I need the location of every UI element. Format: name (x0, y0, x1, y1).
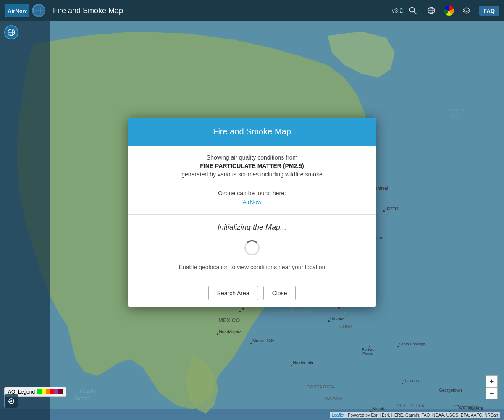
svg-text:Havana: Havana (330, 316, 345, 321)
modal-dialog: Fire and Smoke Map Showing air quality c… (128, 118, 376, 307)
svg-text:Santo Domingo: Santo Domingo (399, 342, 425, 346)
modal-footer: Search Area Close (128, 279, 376, 307)
faq-button[interactable]: FAQ (479, 6, 499, 16)
app-version: v3.2 (392, 7, 403, 14)
layers-icon[interactable] (461, 5, 472, 16)
location-button[interactable] (4, 394, 18, 408)
modal-ozone-link[interactable]: AirNow (242, 199, 261, 205)
svg-text:Caribbean Sea: Caribbean Sea (277, 308, 311, 314)
svg-text:Guatemala: Guatemala (293, 360, 313, 365)
svg-text:VENEZUELA: VENEZUELA (397, 403, 425, 408)
svg-marker-74 (463, 8, 470, 12)
svg-text:COSTA RICA: COSTA RICA (307, 384, 334, 389)
close-button[interactable]: Close (263, 286, 296, 300)
svg-text:MEXICO: MEXICO (218, 317, 240, 323)
svg-point-28 (250, 343, 252, 344)
zoom-in-button[interactable]: + (486, 375, 498, 387)
modal-body-section2: Initializing the Map... Enable geolocati… (128, 214, 376, 279)
modal-desc2: generated by various sources including w… (141, 171, 363, 178)
modal-ozone-text: Ozone can be found here: (141, 190, 363, 197)
app-title: Fire and Smoke Map (53, 6, 385, 15)
svg-text:Labrador: Labrador (445, 107, 464, 112)
svg-text:Sea: Sea (452, 113, 460, 118)
zoom-controls: + − (486, 375, 498, 399)
svg-point-36 (328, 320, 330, 322)
globe-button[interactable] (4, 25, 18, 39)
svg-text:CUBA: CUBA (339, 324, 352, 329)
modal-divider1 (141, 184, 363, 184)
leaflet-link[interactable]: Leaflet (332, 413, 344, 417)
svg-text:PANAMA: PANAMA (323, 396, 343, 401)
svg-text:Port-au-: Port-au- (362, 347, 376, 352)
svg-text:Caracas: Caracas (403, 378, 419, 383)
navbar: AirNow Fire and Smoke Map v3.2 (0, 0, 504, 21)
left-panel (0, 21, 50, 420)
modal-geoloc-text: Enable geolocation to view conditions ne… (141, 264, 363, 270)
scale-label: 300 mi (469, 406, 483, 411)
svg-point-32 (291, 365, 292, 366)
svg-text:Bogota: Bogota (372, 407, 386, 411)
svg-text:Georgetown: Georgetown (439, 388, 462, 393)
modal-header: Fire and Smoke Map (128, 118, 376, 146)
attribution-text: | Powered by Esri | Esri, HERE, Garmin, … (346, 413, 498, 417)
svg-text:Boston: Boston (385, 206, 398, 211)
svg-line-68 (414, 11, 416, 14)
modal-title: Fire and Smoke Map (213, 127, 291, 136)
svg-text:Guadalajara: Guadalajara (219, 329, 242, 334)
airnow-logo-globe[interactable] (32, 4, 45, 17)
zoom-out-button[interactable]: − (486, 387, 498, 399)
scale-bar: 300 mi (449, 406, 483, 412)
search-area-button[interactable]: Search Area (208, 286, 258, 300)
aqi-color-bar (37, 389, 63, 394)
svg-point-26 (242, 308, 244, 310)
modal-desc1: Showing air quality conditions from (141, 154, 363, 161)
svg-point-59 (239, 311, 241, 312)
svg-point-20 (383, 210, 385, 212)
svg-point-67 (410, 8, 415, 12)
modal-body-section1: Showing air quality conditions from FINE… (128, 146, 376, 214)
aqi-colorball-icon[interactable] (444, 5, 454, 16)
svg-text:Prince: Prince (362, 352, 373, 356)
svg-text:Pacific: Pacific (80, 388, 96, 394)
search-icon[interactable] (407, 5, 419, 16)
nav-icons: FAQ (407, 5, 499, 16)
globe-icon[interactable] (425, 5, 437, 16)
svg-point-60 (344, 312, 345, 314)
svg-point-30 (217, 333, 218, 335)
svg-text:Mexico City: Mexico City (252, 339, 274, 343)
map-attribution: Leaflet | Powered by Esri | Esri, HERE, … (330, 412, 500, 418)
modal-pm-label: FINE PARTICULATE MATTER (PM2.5) (141, 163, 363, 169)
airnow-logo-text[interactable]: AirNow (5, 4, 29, 17)
svg-text:Ocean: Ocean (74, 395, 89, 402)
airnow-logo: AirNow (5, 4, 45, 17)
modal-initializing-text: Initializing the Map... (141, 223, 363, 232)
svg-point-34 (338, 307, 340, 309)
svg-point-79 (10, 400, 12, 402)
loading-spinner (244, 240, 260, 255)
svg-point-61 (352, 317, 353, 318)
